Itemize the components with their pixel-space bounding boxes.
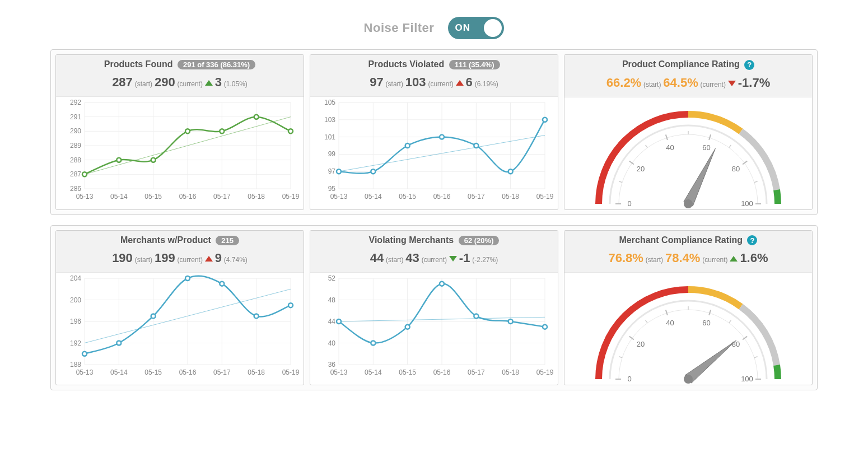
svg-point-31 (151, 158, 156, 162)
svg-text:40: 40 (666, 143, 674, 152)
delta-pct: (4.74%) (224, 256, 248, 264)
svg-text:05-16: 05-16 (179, 368, 197, 376)
svg-text:05-14: 05-14 (365, 368, 382, 376)
merchants-panel: Merchants w/Product 215 190 (start) 199 … (50, 225, 818, 391)
svg-point-116 (185, 276, 190, 281)
svg-point-149 (474, 314, 478, 318)
products-violated-chart: 95979910110310505-1305-1405-1505-1605-17… (310, 97, 558, 203)
svg-point-115 (151, 314, 156, 318)
svg-point-63 (337, 169, 341, 174)
start-value: 76.8% (608, 251, 643, 265)
svg-text:0: 0 (627, 375, 631, 383)
svg-line-74 (666, 134, 668, 140)
card-badge: 291 of 336 (86.31%) (178, 60, 255, 69)
svg-text:200: 200 (70, 296, 81, 304)
svg-point-87 (684, 199, 693, 208)
delta-pct: (-2.27%) (472, 256, 498, 264)
svg-text:05-13: 05-13 (330, 368, 348, 376)
svg-text:05-17: 05-17 (468, 193, 485, 200)
svg-text:05-14: 05-14 (110, 193, 128, 200)
svg-text:05-14: 05-14 (110, 368, 128, 376)
start-label: (start) (646, 256, 663, 264)
svg-line-83 (646, 144, 648, 147)
svg-text:80: 80 (732, 340, 740, 348)
svg-point-118 (254, 314, 259, 318)
svg-text:52: 52 (328, 274, 336, 282)
svg-text:40: 40 (328, 339, 336, 347)
svg-text:05-18: 05-18 (502, 368, 519, 376)
svg-point-65 (405, 143, 410, 148)
svg-text:05-14: 05-14 (365, 193, 382, 200)
svg-text:44: 44 (328, 318, 336, 325)
svg-text:05-18: 05-18 (248, 193, 265, 200)
products-found-card: Products Found 291 of 336 (86.31%) 287 (… (55, 54, 304, 210)
start-value: 66.2% (606, 76, 641, 90)
card-title: Merchant Compliance Rating (619, 235, 743, 245)
delta-value: 1.6% (740, 251, 768, 265)
svg-text:05-13: 05-13 (76, 193, 94, 200)
product-compliance-card: Product Compliance Rating ? 66.2% (start… (564, 54, 813, 210)
svg-text:60: 60 (702, 319, 710, 327)
noise-filter-toggle[interactable]: ON (448, 17, 504, 39)
svg-text:99: 99 (328, 150, 336, 158)
svg-point-147 (405, 324, 410, 329)
svg-text:286: 286 (70, 185, 81, 193)
svg-text:40: 40 (666, 319, 674, 327)
svg-line-85 (729, 144, 731, 147)
svg-text:05-16: 05-16 (433, 368, 451, 376)
start-label: (start) (386, 80, 403, 88)
products-panel: Products Found 291 of 336 (86.31%) 287 (… (50, 49, 818, 215)
svg-line-156 (666, 310, 668, 315)
svg-point-119 (288, 303, 293, 307)
card-badge: 111 (35.4%) (449, 60, 500, 69)
delta-value: 6 (466, 75, 473, 89)
current-label: (current) (422, 256, 447, 264)
svg-text:188: 188 (70, 361, 81, 368)
svg-text:80: 80 (732, 165, 740, 173)
help-icon[interactable]: ? (744, 60, 754, 70)
svg-text:100: 100 (741, 375, 753, 383)
svg-line-76 (709, 134, 711, 140)
svg-point-169 (684, 375, 693, 384)
delta-pct: (1.05%) (224, 80, 248, 88)
svg-text:101: 101 (324, 133, 335, 141)
current-label: (current) (178, 256, 203, 264)
svg-text:05-17: 05-17 (468, 368, 485, 376)
svg-text:97: 97 (328, 167, 336, 175)
delta-value: -1 (459, 251, 470, 265)
svg-point-29 (82, 172, 87, 176)
svg-text:05-19: 05-19 (536, 193, 554, 200)
svg-line-82 (619, 181, 622, 182)
noise-filter-label: Noise Filter (364, 21, 435, 35)
delta-value: 9 (215, 251, 222, 265)
svg-point-145 (337, 319, 341, 324)
svg-text:05-18: 05-18 (502, 193, 519, 200)
svg-text:20: 20 (637, 165, 645, 173)
current-value: 78.4% (665, 251, 700, 265)
svg-point-64 (371, 169, 375, 174)
card-badge: 215 (216, 236, 239, 245)
card-title: Products Found (104, 59, 173, 69)
start-label: (start) (643, 81, 661, 88)
svg-text:05-15: 05-15 (399, 193, 416, 200)
current-value: 64.5% (663, 76, 698, 90)
card-badge: 62 (20%) (459, 236, 500, 245)
svg-text:05-19: 05-19 (536, 368, 554, 376)
svg-text:05-13: 05-13 (330, 193, 348, 200)
svg-point-148 (440, 281, 444, 286)
svg-line-86 (754, 181, 758, 182)
merchant-compliance-gauge: 020406080100 (564, 273, 812, 385)
svg-text:95: 95 (328, 185, 336, 193)
product-compliance-gauge: 020406080100 (564, 97, 812, 209)
svg-text:292: 292 (70, 99, 81, 106)
current-value: 43 (405, 251, 419, 265)
svg-text:103: 103 (324, 116, 335, 124)
svg-text:48: 48 (328, 296, 336, 304)
svg-point-66 (440, 135, 444, 139)
card-title: Violating Merchants (369, 235, 454, 245)
start-label: (start) (135, 256, 152, 264)
svg-text:05-18: 05-18 (248, 368, 265, 376)
help-icon[interactable]: ? (747, 235, 757, 245)
start-label: (start) (135, 80, 152, 88)
toggle-knob (484, 19, 502, 37)
